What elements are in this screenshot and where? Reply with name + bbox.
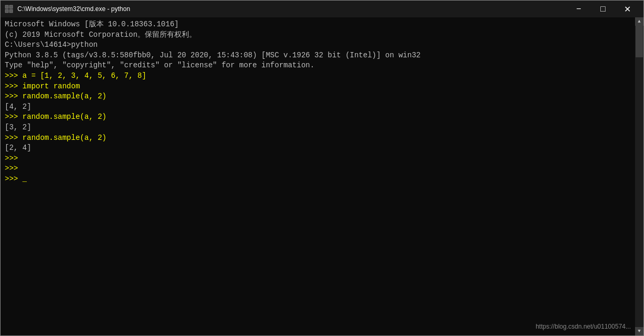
maximize-button[interactable]: □ (591, 1, 615, 17)
scrollbar-thumb[interactable] (636, 26, 643, 57)
console-line: >>> (5, 154, 639, 164)
window-title: C:\Windows\system32\cmd.exe - python (17, 5, 567, 13)
console-line: Python 3.8.5 (tags/v3.8.5:580fbb0, Jul 2… (5, 50, 639, 61)
svg-rect-3 (9, 9, 13, 13)
console-line: >>> random.sample(a, 2) (5, 91, 639, 102)
scrollbar-track[interactable] (635, 26, 643, 327)
svg-rect-1 (9, 5, 13, 8)
window-icon (5, 5, 13, 13)
close-button[interactable]: ✕ (615, 1, 639, 17)
console-line: >>> import random (5, 82, 639, 92)
console-line: (c) 2019 Microsoft Corporation。保留所有权利。 (5, 30, 639, 40)
window-controls: − □ ✕ (567, 1, 639, 17)
svg-rect-0 (5, 5, 8, 8)
console-output[interactable]: Microsoft Windows [版本 10.0.18363.1016](c… (1, 17, 643, 335)
console-line: C:\Users\14614>python (5, 40, 639, 50)
console-line: [4, 2] (5, 102, 639, 113)
console-line: >>> random.sample(a, 2) (5, 112, 639, 123)
console-lines: Microsoft Windows [版本 10.0.18363.1016](c… (5, 19, 639, 185)
console-line: >>> (5, 164, 639, 174)
scrollbar[interactable]: ▲ ▼ (635, 17, 643, 335)
scroll-down-arrow[interactable]: ▼ (635, 327, 643, 335)
cmd-window: C:\Windows\system32\cmd.exe - python − □… (0, 0, 644, 336)
title-bar: C:\Windows\system32\cmd.exe - python − □… (1, 1, 643, 17)
console-line: Microsoft Windows [版本 10.0.18363.1016] (5, 19, 639, 30)
watermark: https://blog.csdn.net/u01100574... (536, 322, 631, 331)
console-line: >>> _ (5, 174, 639, 185)
console-line: [3, 2] (5, 123, 639, 133)
svg-rect-2 (5, 9, 8, 13)
minimize-button[interactable]: − (567, 1, 591, 17)
console-line: >>> random.sample(a, 2) (5, 133, 639, 144)
scroll-up-arrow[interactable]: ▲ (635, 17, 643, 26)
console-line: [2, 4] (5, 143, 639, 154)
console-line: >>> a = [1, 2, 3, 4, 5, 6, 7, 8] (5, 71, 639, 82)
console-line: Type "help", "copyright", "credits" or "… (5, 60, 639, 71)
